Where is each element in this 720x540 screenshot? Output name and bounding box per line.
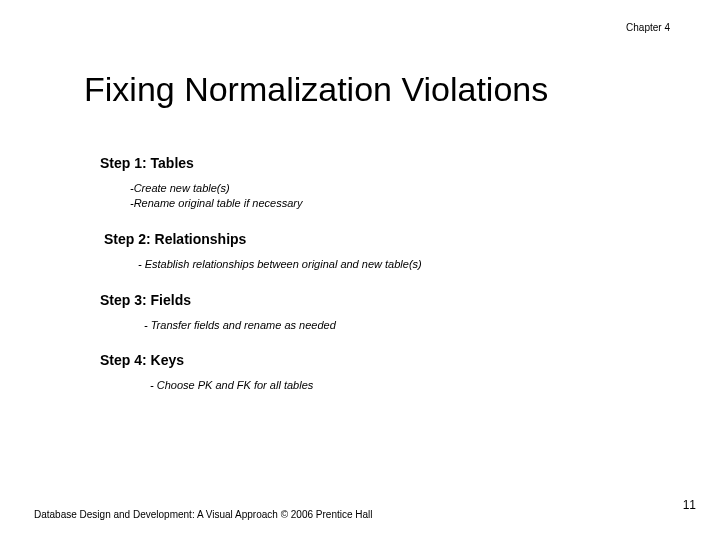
footer-left: Database Design and Development: A Visua… [34, 509, 373, 520]
step-2-items: - Establish relationships between origin… [138, 257, 620, 272]
step-4-header: Step 4: Keys [100, 352, 620, 368]
step-1-item: -Create new table(s) [130, 181, 620, 196]
step-2-header: Step 2: Relationships [104, 231, 620, 247]
page-number: 11 [683, 498, 696, 512]
step-4-item: - Choose PK and FK for all tables [150, 378, 620, 393]
chapter-header: Chapter 4 [626, 22, 670, 33]
step-1-items: -Create new table(s) -Rename original ta… [130, 181, 620, 211]
content-body: Step 1: Tables -Create new table(s) -Ren… [100, 155, 620, 413]
step-3-items: - Transfer fields and rename as needed [144, 318, 620, 333]
step-3-item: - Transfer fields and rename as needed [144, 318, 620, 333]
step-4-items: - Choose PK and FK for all tables [150, 378, 620, 393]
step-1-item: -Rename original table if necessary [130, 196, 620, 211]
step-2-item: - Establish relationships between origin… [138, 257, 620, 272]
step-3-header: Step 3: Fields [100, 292, 620, 308]
page-title: Fixing Normalization Violations [84, 70, 548, 109]
step-1-header: Step 1: Tables [100, 155, 620, 171]
